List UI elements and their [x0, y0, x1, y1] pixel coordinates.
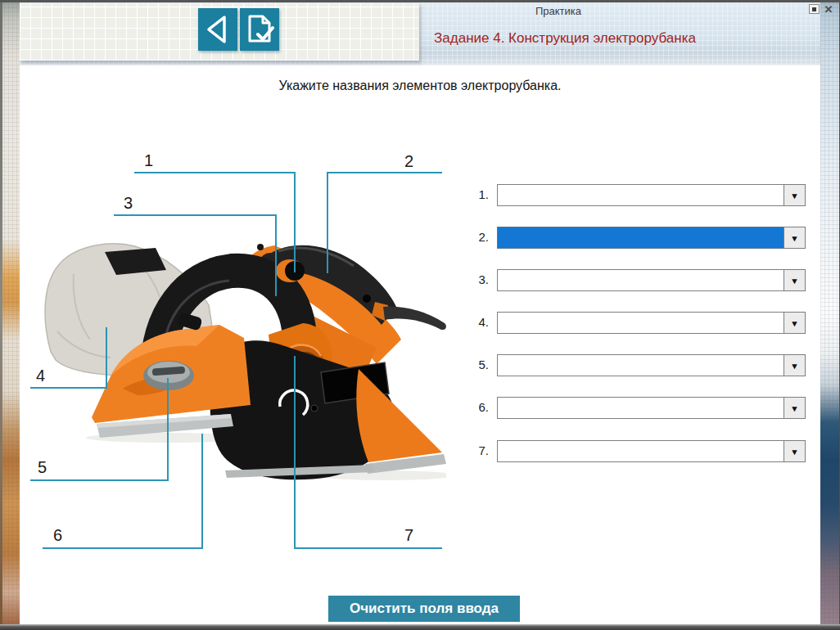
callout-line: [275, 214, 277, 296]
back-button[interactable]: [198, 8, 237, 51]
dropdown-arrow-button[interactable]: ▼: [784, 269, 806, 291]
callout-line: [114, 214, 277, 216]
answer-dropdown-4[interactable]: ▼: [497, 312, 806, 334]
answer-row-label: 3.: [464, 272, 489, 286]
clear-fields-button[interactable]: Очистить поля ввода: [328, 596, 520, 622]
callout-number: 2: [404, 152, 413, 171]
callout-number: 7: [404, 526, 413, 545]
check-answers-button[interactable]: [240, 8, 279, 51]
answer-dropdown-1[interactable]: ▼: [497, 184, 806, 206]
callout-line: [294, 172, 296, 272]
window-frame-bottom: [0, 624, 840, 630]
callout-number: 4: [36, 367, 45, 385]
minimize-icon: [812, 7, 816, 11]
answer-row-label: 5.: [464, 358, 489, 371]
callout-line: [30, 387, 107, 389]
content-panel: Укажите названия элементов электрорубанк…: [20, 65, 820, 624]
callout-line: [294, 547, 442, 549]
dropdown-arrow-button[interactable]: ▼: [784, 184, 806, 206]
callout-number: 6: [53, 526, 62, 545]
dropdown-arrow-icon: ▼: [790, 318, 799, 327]
answer-dropdown-7[interactable]: ▼: [497, 440, 806, 462]
callout-line: [294, 356, 296, 549]
callout-line: [327, 172, 442, 173]
close-button[interactable]: ✕: [823, 4, 834, 16]
dropdown-arrow-button[interactable]: ▼: [784, 440, 806, 462]
app-title: Практика: [501, 5, 616, 17]
callout-line: [201, 434, 203, 549]
dropdown-arrow-button[interactable]: ▼: [784, 312, 806, 334]
back-arrow-icon: [204, 14, 232, 45]
answer-dropdown-2[interactable]: ▼: [497, 227, 806, 249]
callout-line: [30, 479, 169, 481]
answer-row-label: 1.: [464, 187, 489, 201]
dropdown-arrow-icon: ▼: [790, 276, 799, 285]
planer-image: [33, 233, 446, 487]
window-frame-left: [0, 0, 20, 630]
callout-line: [134, 172, 295, 173]
dropdown-arrow-button[interactable]: ▼: [784, 227, 806, 249]
dropdown-arrow-icon: ▼: [790, 361, 799, 370]
dropdown-arrow-icon: ▼: [790, 403, 799, 412]
callout-number: 5: [38, 458, 47, 477]
dropdown-arrow-icon: ▼: [790, 447, 799, 456]
document-check-icon: [245, 13, 274, 46]
instruction-text: Укажите названия элементов электрорубанк…: [20, 79, 820, 93]
callout-number: 1: [144, 151, 153, 170]
close-icon: ✕: [824, 4, 833, 16]
dropdown-arrow-icon: ▼: [790, 191, 799, 200]
window-frame-right: [820, 0, 840, 630]
task-title: Задание 4. Конструкция электрорубанка: [419, 30, 711, 47]
dropdown-arrow-button[interactable]: ▼: [784, 354, 806, 376]
answer-row-label: 2.: [464, 230, 489, 244]
minimize-button[interactable]: [809, 4, 820, 14]
dropdown-arrow-icon: ▼: [790, 233, 799, 242]
callout-number: 3: [124, 194, 133, 213]
callout-line: [327, 172, 328, 273]
answer-dropdown-6[interactable]: ▼: [497, 397, 806, 419]
answer-dropdown-3[interactable]: ▼: [497, 269, 806, 291]
dropdown-arrow-button[interactable]: ▼: [784, 397, 806, 419]
answer-row-label: 4.: [464, 315, 489, 329]
callout-line: [167, 378, 169, 481]
callout-line: [43, 547, 203, 549]
window-frame-top: [0, 0, 840, 2]
answer-row-label: 7.: [464, 443, 489, 457]
answer-dropdown-5[interactable]: ▼: [497, 354, 806, 376]
callout-line: [106, 327, 107, 389]
answer-row-label: 6.: [464, 400, 489, 414]
